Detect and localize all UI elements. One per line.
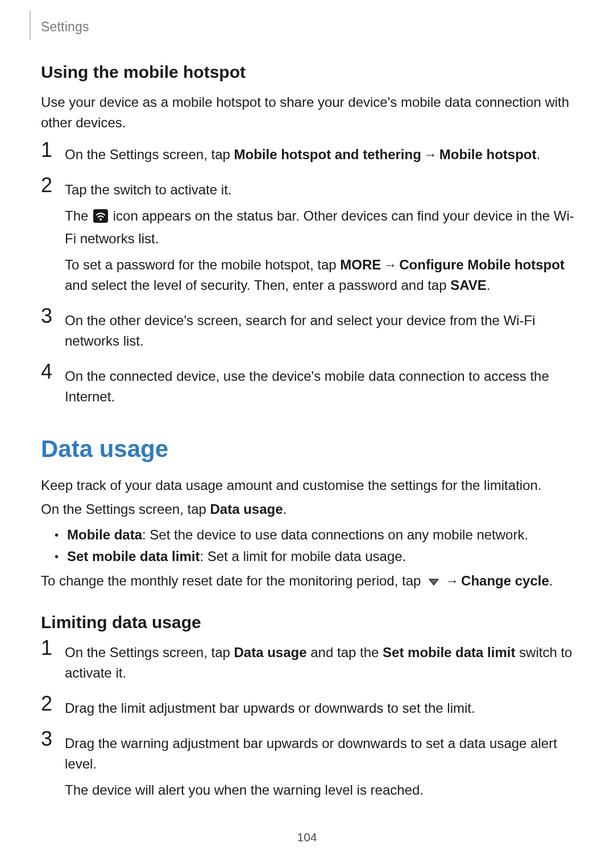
limiting-step-1: On the Settings screen, tap Data usage a… — [41, 642, 579, 683]
header-rule — [30, 10, 31, 40]
bold-text: Set mobile data limit — [67, 549, 200, 564]
hotspot-intro: Use your device as a mobile hotspot to s… — [41, 92, 579, 133]
bold-text: Data usage — [234, 645, 307, 660]
hotspot-step-2-note: The icon appears on the status bar. Othe… — [65, 206, 579, 249]
bold-text: Data usage — [210, 501, 283, 517]
data-usage-intro: Keep track of your data usage amount and… — [41, 475, 579, 496]
chapter-label: Settings — [41, 19, 89, 35]
text: . — [536, 147, 540, 162]
hotspot-step-4: On the connected device, use the device'… — [41, 366, 579, 407]
hotspot-steps: On the Settings screen, tap Mobile hotsp… — [41, 144, 579, 407]
bold-text: Change cycle — [461, 573, 549, 588]
manual-page: Settings Using the mobile hotspot Use yo… — [0, 0, 614, 868]
bold-text: Mobile hotspot and tethering — [234, 147, 421, 162]
bullet-set-limit: Set mobile data limit: Set a limit for m… — [55, 546, 579, 567]
text: To set a password for the mobile hotspot… — [65, 257, 340, 272]
limiting-step-2: Drag the limit adjustment bar upwards or… — [41, 698, 579, 719]
bullet-mobile-data: Mobile data: Set the device to use data … — [55, 524, 579, 546]
text: On the Settings screen, tap — [65, 645, 234, 660]
svg-point-1 — [99, 218, 102, 221]
bold-text: SAVE — [450, 277, 487, 293]
text: The device will alert you when the warni… — [65, 780, 579, 800]
data-usage-bullets: Mobile data: Set the device to use data … — [41, 524, 579, 567]
bold-text: Mobile data — [67, 527, 142, 542]
text: On the Settings screen, tap — [65, 147, 234, 162]
text: On the Settings screen, tap — [41, 501, 210, 517]
text: To change the monthly reset date for the… — [41, 573, 425, 588]
text: . — [487, 277, 491, 293]
bold-text: Set mobile data limit — [383, 645, 515, 660]
page-number: 104 — [0, 830, 614, 844]
bold-text: Mobile hotspot — [439, 147, 537, 162]
hotspot-status-icon — [93, 208, 108, 229]
limiting-heading: Limiting data usage — [41, 613, 579, 632]
bold-text: Configure Mobile hotspot — [399, 257, 565, 272]
limiting-step-3: Drag the warning adjustment bar upwards … — [41, 733, 579, 800]
text: and select the level of security. Then, … — [65, 277, 450, 293]
data-usage-title: Data usage — [41, 435, 579, 463]
text: icon appears on the status bar. Other de… — [65, 208, 574, 246]
hotspot-step-3: On the other device's screen, search for… — [41, 310, 579, 351]
arrow-icon: → — [443, 573, 461, 588]
text: Drag the warning adjustment bar upwards … — [65, 736, 557, 771]
svg-marker-2 — [429, 579, 438, 585]
bold-text: MORE — [340, 257, 381, 272]
text: Tap the switch to activate it. — [65, 182, 231, 197]
page-content: Using the mobile hotspot Use your device… — [41, 63, 579, 815]
text: : Set the device to use data connections… — [142, 527, 528, 542]
arrow-icon: → — [381, 257, 399, 272]
hotspot-heading: Using the mobile hotspot — [41, 63, 579, 82]
text: and tap the — [307, 645, 383, 660]
text: . — [549, 573, 553, 588]
text: The — [65, 208, 92, 223]
limiting-steps: On the Settings screen, tap Data usage a… — [41, 642, 579, 800]
hotspot-step-2-password: To set a password for the mobile hotspot… — [65, 255, 579, 296]
data-usage-cycle: To change the monthly reset date for the… — [41, 571, 579, 592]
dropdown-icon — [427, 572, 441, 592]
data-usage-nav: On the Settings screen, tap Data usage. — [41, 499, 579, 520]
arrow-icon: → — [421, 147, 439, 162]
hotspot-step-2: Tap the switch to activate it. The icon … — [41, 180, 579, 296]
text: . — [283, 501, 287, 517]
hotspot-step-1: On the Settings screen, tap Mobile hotsp… — [41, 144, 579, 165]
text: : Set a limit for mobile data usage. — [200, 549, 406, 564]
